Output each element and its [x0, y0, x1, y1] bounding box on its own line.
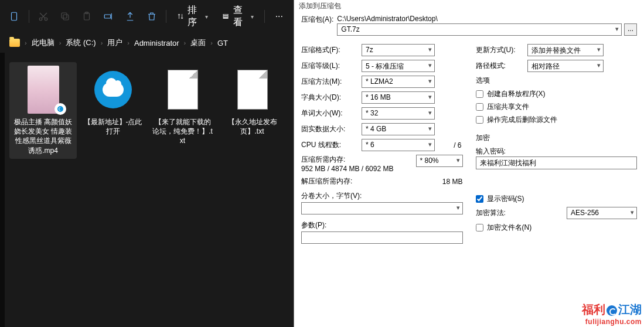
split-label: 分卷大小，字节(V): — [301, 192, 362, 200]
share-button[interactable] — [120, 6, 139, 27]
archive-name-combo[interactable]: GT.7z — [337, 23, 622, 36]
file-item[interactable]: 【来了就能下载的论坛，纯免费！】.txt — [149, 62, 216, 159]
file-name: 【最新地址】-点此打开 — [81, 117, 144, 136]
sort-dropdown[interactable]: 排序 ▾ — [171, 6, 214, 27]
method-label: 压缩方法(M): — [301, 77, 357, 87]
mem-compress-value: 952 MB / 4874 MB / 6092 MB — [301, 165, 411, 173]
file-name: 极品主播 高颜值妖娆长发美女 情趣装性感黑丝道具紫薇诱惑.mp4 — [12, 117, 74, 155]
file-grid: 极品主播 高颜值妖娆长发美女 情趣装性感黑丝道具紫薇诱惑.mp4 【最新地址】-… — [5, 53, 291, 327]
chevron-right-icon: › — [184, 39, 186, 46]
app-overlay-icon — [54, 103, 66, 115]
sort-label: 排序 — [188, 4, 202, 29]
level-label: 压缩等级(L): — [301, 61, 357, 71]
mem-combo[interactable]: * 80% — [416, 155, 463, 167]
breadcrumb[interactable]: › 此电脑 › 系统 (C:) › 用户 › Administrator › 桌… — [0, 33, 294, 53]
video-thumbnail — [28, 66, 59, 114]
dict-label: 字典大小(D): — [301, 93, 357, 103]
params-label: 参数(P): — [301, 221, 326, 229]
svg-rect-0 — [12, 12, 17, 21]
enc-method-combo[interactable]: AES-256 — [567, 207, 637, 219]
solid-label: 固实数据大小: — [301, 124, 357, 134]
chevron-right-icon: › — [210, 39, 213, 46]
split-combo[interactable] — [301, 202, 463, 214]
chevron-right-icon: › — [59, 39, 62, 46]
logo-icon — [606, 305, 617, 316]
cut-button[interactable] — [34, 6, 53, 27]
dialog-title: 添加到压缩包 — [294, 0, 644, 15]
enc-method-label: 加密算法: — [476, 208, 523, 218]
params-input[interactable] — [301, 231, 463, 244]
view-label: 查看 — [233, 4, 247, 29]
text-file-icon — [168, 70, 198, 110]
chevron-down-icon: ▾ — [205, 13, 208, 20]
cpu-label: CPU 线程数: — [301, 140, 357, 150]
svg-rect-9 — [223, 16, 228, 17]
archive-label: 压缩包(A): — [301, 15, 333, 25]
watermark: 福利江湖 fulijianghu.com — [582, 302, 642, 326]
view-dropdown[interactable]: 查看 ▾ — [216, 6, 259, 27]
breadcrumb-item[interactable]: 桌面 — [190, 38, 206, 48]
share-checkbox[interactable]: 压缩共享文件 — [476, 102, 638, 112]
breadcrumb-item[interactable]: 用户 — [107, 38, 122, 48]
format-combo[interactable]: 7z — [362, 44, 435, 56]
explorer-toolbar: 排序 ▾ 查看 ▾ ··· — [0, 0, 294, 33]
pathmode-label: 路径模式: — [476, 61, 523, 71]
breadcrumb-item[interactable]: 此电脑 — [32, 38, 54, 48]
chevron-down-icon: ▾ — [251, 13, 254, 20]
encrypt-group-label: 加密 — [476, 133, 638, 143]
mem-decompress-value: 18 MB — [442, 178, 463, 186]
show-password-checkbox[interactable]: 显示密码(S) — [476, 194, 638, 204]
breadcrumb-item[interactable]: GT — [217, 39, 228, 47]
file-explorer: 排序 ▾ 查看 ▾ ··· › 此电脑 › 系统 (C:) › 用户 › Adm… — [0, 0, 294, 327]
archive-dialog: 添加到压缩包 压缩包(A): C:\Users\Administrator\De… — [294, 0, 644, 327]
delete-checkbox[interactable]: 操作完成后删除源文件 — [476, 115, 638, 125]
solid-combo[interactable]: * 4 GB — [362, 123, 435, 135]
chevron-right-icon: › — [127, 39, 130, 46]
mem-compress-label: 压缩所需内存: — [301, 155, 411, 165]
format-label: 压缩格式(F): — [301, 45, 357, 55]
more-button[interactable]: ··· — [270, 11, 289, 22]
mem-decompress-label: 解压缩所需内存: — [301, 176, 438, 186]
copy-button[interactable] — [56, 6, 75, 27]
pathmode-combo[interactable]: 相对路径 — [527, 60, 604, 72]
nav-pane-collapsed[interactable] — [0, 53, 5, 327]
options-group-label: 选项 — [476, 76, 638, 86]
chevron-right-icon: › — [101, 39, 103, 46]
breadcrumb-item[interactable]: Administrator — [134, 39, 179, 47]
dict-combo[interactable]: * 16 MB — [362, 91, 435, 104]
app-icon — [94, 71, 132, 108]
svg-point-11 — [57, 106, 63, 112]
file-item[interactable]: 【最新地址】-点此打开 — [79, 62, 146, 159]
file-item[interactable]: 【永久地址发布页】.txt — [219, 62, 286, 159]
password-input[interactable] — [476, 156, 638, 169]
cpu-combo[interactable]: * 6 — [362, 139, 435, 151]
cpu-total: / 6 — [454, 141, 462, 149]
level-combo[interactable]: 5 - 标准压缩 — [362, 60, 435, 72]
svg-rect-4 — [62, 13, 67, 18]
file-name: 【来了就能下载的论坛，纯免费！】.txt — [151, 117, 214, 146]
file-name: 【永久地址发布页】.txt — [221, 117, 284, 136]
word-combo[interactable]: * 32 — [362, 107, 435, 120]
method-combo[interactable]: * LZMA2 — [362, 76, 435, 88]
new-item-button[interactable] — [5, 6, 24, 27]
file-item[interactable]: 极品主播 高颜值妖娆长发美女 情趣装性感黑丝道具紫薇诱惑.mp4 — [9, 62, 77, 159]
svg-rect-10 — [223, 18, 228, 19]
archive-path: C:\Users\Administrator\Desktop\ — [337, 15, 637, 23]
paste-button[interactable] — [77, 6, 97, 27]
password-label: 输入密码: — [476, 147, 638, 156]
chevron-right-icon: › — [25, 39, 27, 46]
svg-rect-8 — [223, 14, 228, 15]
rename-button[interactable] — [98, 6, 118, 27]
sfx-checkbox[interactable]: 创建自释放程序(X) — [476, 89, 638, 99]
delete-button[interactable] — [142, 6, 161, 27]
svg-rect-7 — [104, 15, 111, 18]
word-label: 单词大小(W): — [301, 108, 357, 118]
browse-button[interactable]: ... — [624, 23, 637, 36]
folder-icon — [9, 39, 20, 47]
text-file-icon — [237, 70, 268, 110]
update-combo[interactable]: 添加并替换文件 — [527, 44, 604, 56]
enc-filenames-checkbox[interactable]: 加密文件名(N) — [476, 223, 638, 233]
svg-rect-3 — [63, 15, 69, 20]
update-label: 更新方式(U): — [476, 45, 523, 55]
breadcrumb-item[interactable]: 系统 (C:) — [66, 38, 96, 48]
